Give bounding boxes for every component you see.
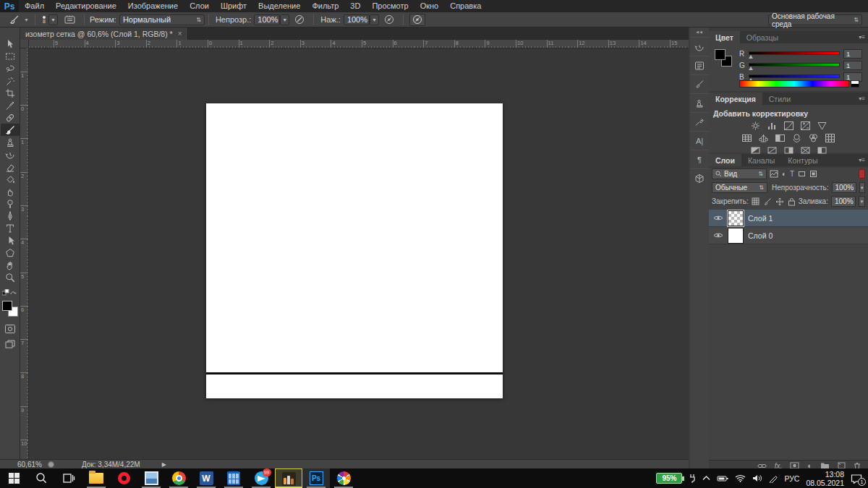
- taskbar-photoshop[interactable]: Ps: [302, 468, 330, 488]
- expand-panels-icon[interactable]: ◀◀: [690, 27, 709, 37]
- healing-brush-tool[interactable]: [1, 111, 20, 124]
- clock[interactable]: 13:08 08.05.2021: [806, 470, 844, 487]
- history-panel-icon[interactable]: [690, 37, 709, 56]
- menu-view[interactable]: Просмотр: [366, 0, 414, 12]
- brush-picker-dropdown[interactable]: ▼: [48, 14, 58, 25]
- task-view-button[interactable]: [55, 468, 82, 488]
- lock-position-icon[interactable]: [775, 197, 784, 206]
- red-channel-value[interactable]: 1: [843, 49, 862, 59]
- power-plug-icon[interactable]: [689, 474, 696, 484]
- lock-pixels-icon[interactable]: [763, 197, 772, 206]
- hand-tool[interactable]: [1, 259, 20, 271]
- default-colors-icon[interactable]: [2, 289, 9, 296]
- flow-dropdown[interactable]: ▼: [370, 14, 379, 25]
- blend-mode-select[interactable]: Обычные⇅: [712, 182, 767, 193]
- taskbar-pinwheel-app[interactable]: [330, 468, 357, 488]
- color-balance-icon[interactable]: [757, 132, 770, 143]
- layer-thumbnail[interactable]: [728, 210, 744, 226]
- channel-mixer-icon[interactable]: [807, 132, 820, 143]
- curves-icon[interactable]: [783, 120, 795, 131]
- dodge-tool[interactable]: [1, 197, 20, 210]
- brightness-contrast-icon[interactable]: [749, 120, 762, 131]
- taskbar-explorer[interactable]: [82, 468, 110, 488]
- start-button[interactable]: [0, 468, 27, 488]
- black-white-ramp[interactable]: [851, 80, 859, 87]
- tool-presets-panel-icon[interactable]: [690, 112, 709, 131]
- layers-panel-menu-icon[interactable]: ▾≡: [859, 157, 865, 163]
- eraser-tool[interactable]: [1, 160, 20, 173]
- taskbar-opera[interactable]: [110, 468, 137, 488]
- rectangular-marquee-tool[interactable]: [1, 50, 20, 62]
- menu-image[interactable]: Изображение: [122, 0, 184, 12]
- status-options-arrow[interactable]: ▶: [162, 461, 166, 468]
- taskbar-search-button[interactable]: [27, 468, 55, 488]
- document-canvas[interactable]: [206, 103, 503, 398]
- menu-edit[interactable]: Редактирование: [50, 0, 122, 12]
- flow-input[interactable]: 100%: [344, 14, 370, 25]
- layer-name[interactable]: Слой 0: [748, 231, 773, 240]
- crop-tool[interactable]: [1, 87, 20, 99]
- actions-panel-icon[interactable]: [690, 56, 709, 74]
- menu-help[interactable]: Справка: [444, 0, 487, 12]
- filter-pixel-layers-icon[interactable]: [770, 170, 778, 178]
- layer-filter-select[interactable]: Вид ⇅: [712, 168, 767, 179]
- tab-layers[interactable]: Слои: [709, 154, 741, 166]
- brush-tool[interactable]: [1, 124, 20, 136]
- exposure-icon[interactable]: [799, 120, 812, 131]
- layer-opacity-dropdown[interactable]: ▼: [859, 182, 865, 193]
- tab-styles[interactable]: Стили: [762, 93, 797, 105]
- levels-icon[interactable]: [766, 120, 778, 131]
- tab-close-icon[interactable]: ×: [178, 30, 182, 38]
- layer-filter-toggle[interactable]: [859, 169, 865, 179]
- red-channel-slider[interactable]: [749, 50, 840, 57]
- tray-chevron-up-icon[interactable]: [702, 476, 710, 481]
- opacity-dropdown[interactable]: ▼: [280, 14, 289, 25]
- 3d-panel-icon[interactable]: [690, 168, 709, 187]
- tab-adjustments[interactable]: Коррекция: [709, 93, 762, 105]
- menu-window[interactable]: Окно: [414, 0, 445, 12]
- paint-bucket-tool[interactable]: [1, 173, 20, 185]
- brush-size-preview[interactable]: 8: [41, 16, 47, 24]
- magic-wand-tool[interactable]: [1, 74, 20, 87]
- taskbar-telegram[interactable]: 99: [247, 468, 275, 488]
- type-tool[interactable]: [1, 222, 20, 234]
- swap-colors-icon[interactable]: [9, 289, 18, 296]
- filter-shape-layers-icon[interactable]: [798, 170, 806, 178]
- photo-filter-icon[interactable]: [791, 132, 803, 143]
- layer-row-0[interactable]: Слой 0: [709, 227, 868, 244]
- color-panel-swatches[interactable]: [715, 49, 732, 67]
- tab-color[interactable]: Цвет: [709, 31, 740, 43]
- menu-3d[interactable]: 3D: [344, 0, 366, 12]
- opacity-input[interactable]: 100%: [254, 14, 280, 25]
- wifi-icon[interactable]: [735, 474, 746, 482]
- visibility-eye-icon[interactable]: [713, 215, 723, 221]
- foreground-color-swatch[interactable]: [715, 49, 726, 60]
- layer-opacity-input[interactable]: 100%: [832, 182, 856, 193]
- green-channel-value[interactable]: 1: [843, 61, 862, 70]
- horizontal-ruler[interactable]: 543210123456789101112131415: [29, 40, 689, 48]
- black-white-icon[interactable]: [774, 132, 786, 143]
- airbrush-pressure-icon[interactable]: [409, 14, 425, 26]
- windows-ink-icon[interactable]: [769, 474, 778, 483]
- vibrance-icon[interactable]: [816, 120, 828, 131]
- color-panel-menu-icon[interactable]: ▾≡: [859, 34, 865, 40]
- pen-tool[interactable]: [1, 210, 20, 222]
- filter-smart-objects-icon[interactable]: [809, 170, 817, 178]
- paragraph-panel-icon[interactable]: ¶: [690, 150, 709, 168]
- lock-transparency-icon[interactable]: [752, 197, 760, 205]
- layer-thumbnail[interactable]: [728, 228, 744, 244]
- hue-saturation-icon[interactable]: [741, 132, 753, 143]
- color-spectrum-ramp[interactable]: [739, 80, 849, 87]
- visibility-eye-icon[interactable]: [713, 232, 723, 239]
- lasso-tool[interactable]: [1, 62, 20, 74]
- shape-tool[interactable]: [1, 247, 20, 259]
- brush-settings-panel-icon[interactable]: [690, 74, 709, 93]
- clone-stamp-tool[interactable]: [1, 136, 20, 148]
- eyedropper-tool[interactable]: [1, 99, 20, 111]
- taskbar-word[interactable]: W: [192, 468, 220, 488]
- green-channel-slider[interactable]: [749, 61, 840, 69]
- toggle-brush-panel-icon[interactable]: [62, 14, 78, 26]
- pressure-opacity-icon[interactable]: [292, 14, 307, 26]
- layer-name[interactable]: Слой 1: [748, 214, 773, 223]
- volume-icon[interactable]: [752, 474, 762, 482]
